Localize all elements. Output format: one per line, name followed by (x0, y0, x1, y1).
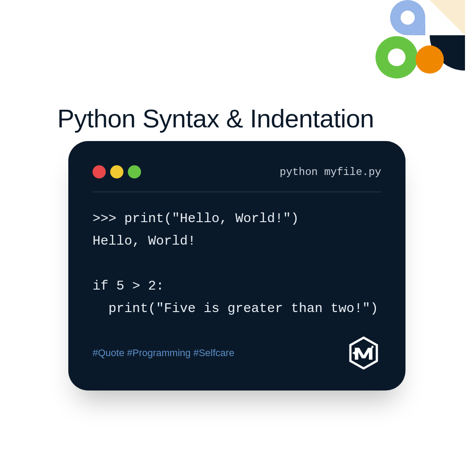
hashtags: #Quote #Programming #Selfcare (93, 347, 234, 359)
close-icon[interactable] (93, 165, 106, 178)
svg-point-6 (372, 346, 374, 348)
brand-logo-icon (346, 335, 381, 371)
page-title: Python Syntax & Indentation (57, 104, 374, 133)
terminal-title: python myfile.py (280, 166, 381, 178)
svg-point-0 (401, 11, 415, 25)
minimize-icon[interactable] (110, 165, 123, 178)
maximize-icon[interactable] (128, 165, 141, 178)
traffic-lights (93, 165, 141, 178)
terminal-window: python myfile.py >>> print("Hello, World… (68, 141, 405, 390)
code-block: >>> print("Hello, World!") Hello, World!… (93, 208, 381, 320)
terminal-header: python myfile.py (93, 165, 381, 192)
decorative-shapes (366, 0, 476, 88)
svg-marker-5 (352, 351, 356, 355)
svg-point-3 (416, 45, 444, 74)
svg-point-2 (388, 48, 405, 66)
terminal-footer: #Quote #Programming #Selfcare (93, 335, 381, 371)
